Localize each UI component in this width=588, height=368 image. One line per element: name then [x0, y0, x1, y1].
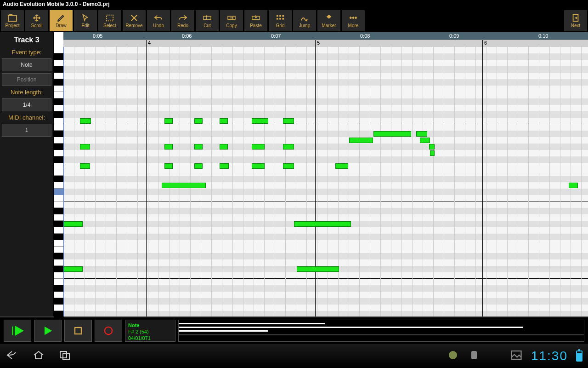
- draw-button[interactable]: Draw: [50, 10, 73, 31]
- bar-marker: 5: [315, 40, 320, 47]
- title-bar: Audio Evolution Mobile 3.0.0 - Demo3.prj: [0, 0, 588, 9]
- edit-button[interactable]: Edit: [74, 10, 97, 31]
- time-tick: 0:08: [360, 33, 370, 39]
- midi-note[interactable]: [373, 131, 411, 137]
- bar-marker: 6: [482, 40, 487, 47]
- project-label: Project: [5, 23, 19, 28]
- android-nav-bar: 11:30: [0, 344, 588, 368]
- svg-rect-0: [8, 15, 17, 21]
- svg-rect-7: [283, 15, 284, 17]
- play-button[interactable]: [34, 320, 62, 342]
- midi-note[interactable]: [416, 131, 427, 137]
- time-ruler[interactable]: 456 0:050:060:070:080:090:10: [63, 32, 588, 47]
- midi-note[interactable]: [220, 144, 228, 150]
- minimap[interactable]: [178, 320, 584, 342]
- stop-button[interactable]: [64, 320, 92, 342]
- event-type-label: Event type:: [2, 48, 51, 57]
- svg-rect-17: [471, 351, 477, 359]
- midi-note[interactable]: [80, 163, 90, 169]
- redo-button[interactable]: Redo: [171, 10, 194, 31]
- piano-keys[interactable]: C4C3C2C1: [53, 32, 63, 316]
- svg-rect-1: [107, 15, 113, 21]
- scroll-button[interactable]: Scroll: [25, 10, 48, 31]
- midi-note[interactable]: [297, 266, 339, 272]
- midi-note[interactable]: [63, 221, 83, 227]
- playhead: [63, 32, 64, 316]
- midi-note[interactable]: [63, 266, 83, 272]
- time-tick: 0:06: [182, 33, 192, 39]
- status-image-icon: [510, 350, 523, 362]
- octave-label: C2: [55, 220, 60, 225]
- scroll-label: Scroll: [31, 23, 42, 28]
- midi-note[interactable]: [283, 144, 294, 150]
- midi-note[interactable]: [349, 138, 373, 143]
- copy-label: Copy: [226, 23, 237, 28]
- jump-label: Jump: [299, 23, 310, 28]
- record-button[interactable]: [95, 320, 122, 342]
- midi-note[interactable]: [80, 144, 90, 150]
- copy-button[interactable]: Copy: [220, 10, 243, 31]
- midi-note[interactable]: [164, 118, 173, 124]
- play-start-button[interactable]: [4, 320, 31, 342]
- midi-note[interactable]: [220, 163, 229, 169]
- svg-rect-10: [283, 18, 284, 20]
- svg-rect-12: [75, 328, 81, 334]
- midi-note[interactable]: [220, 118, 228, 124]
- midi-note[interactable]: [420, 138, 430, 143]
- more-button[interactable]: •••More: [342, 10, 365, 31]
- midi-note[interactable]: [164, 163, 173, 169]
- midi-note[interactable]: [429, 144, 435, 150]
- marker-button[interactable]: Marker: [317, 10, 340, 31]
- note-info-l1: Note: [128, 322, 172, 328]
- octave-label: C3: [55, 143, 60, 148]
- remove-button[interactable]: Remove: [123, 10, 146, 31]
- octave-label: C4: [55, 66, 60, 70]
- project-button[interactable]: Project: [1, 10, 24, 31]
- select-label: Select: [103, 23, 116, 28]
- note-info-l3: 04/01/071: [128, 335, 172, 341]
- grid-area[interactable]: [63, 47, 588, 316]
- midi-note[interactable]: [335, 163, 348, 169]
- midi-note[interactable]: [162, 183, 206, 188]
- undo-label: Undo: [153, 23, 164, 28]
- note-info-l2: F# 2 (54): [128, 328, 172, 335]
- more-label: More: [348, 23, 359, 28]
- midi-note[interactable]: [569, 183, 578, 188]
- paste-button[interactable]: Paste: [244, 10, 267, 31]
- midi-note[interactable]: [194, 144, 203, 150]
- midi-note[interactable]: [194, 163, 203, 169]
- sidebar: Track 3 Event type: Note Position Note l…: [0, 32, 53, 316]
- track-name: Track 3: [2, 34, 51, 46]
- midi-channel-button[interactable]: 1: [2, 124, 51, 137]
- cut-button[interactable]: Cut: [196, 10, 219, 31]
- midi-note[interactable]: [194, 118, 203, 124]
- select-button[interactable]: Select: [98, 10, 121, 31]
- note-length-button[interactable]: 1/4: [2, 98, 51, 111]
- position-button[interactable]: Position: [2, 73, 51, 86]
- midi-note[interactable]: [252, 163, 265, 169]
- back-icon[interactable]: [6, 350, 18, 362]
- midi-note[interactable]: [252, 144, 265, 150]
- bar-ruler: 456: [63, 40, 588, 47]
- midi-note[interactable]: [430, 150, 435, 156]
- piano-roll[interactable]: 456 0:050:060:070:080:090:10: [63, 32, 588, 316]
- svg-rect-9: [279, 18, 281, 20]
- midi-note[interactable]: [80, 118, 91, 124]
- grid-label: Grid: [276, 23, 285, 28]
- svg-rect-2: [204, 16, 211, 19]
- undo-button[interactable]: Undo: [147, 10, 170, 31]
- recent-apps-icon[interactable]: [59, 350, 72, 362]
- midi-note[interactable]: [283, 163, 294, 169]
- note-button[interactable]: Note: [2, 58, 51, 71]
- jump-button[interactable]: Jump: [293, 10, 316, 31]
- midi-note[interactable]: [252, 118, 268, 124]
- edit-label: Edit: [81, 23, 89, 28]
- midi-note[interactable]: [164, 144, 173, 150]
- grid-button[interactable]: Grid: [269, 10, 292, 31]
- midi-note[interactable]: [294, 221, 351, 227]
- home-icon[interactable]: [32, 350, 45, 362]
- svg-rect-8: [277, 18, 278, 20]
- next-button[interactable]: Next: [564, 10, 587, 31]
- marker-label: Marker: [322, 23, 336, 28]
- midi-note[interactable]: [283, 118, 294, 124]
